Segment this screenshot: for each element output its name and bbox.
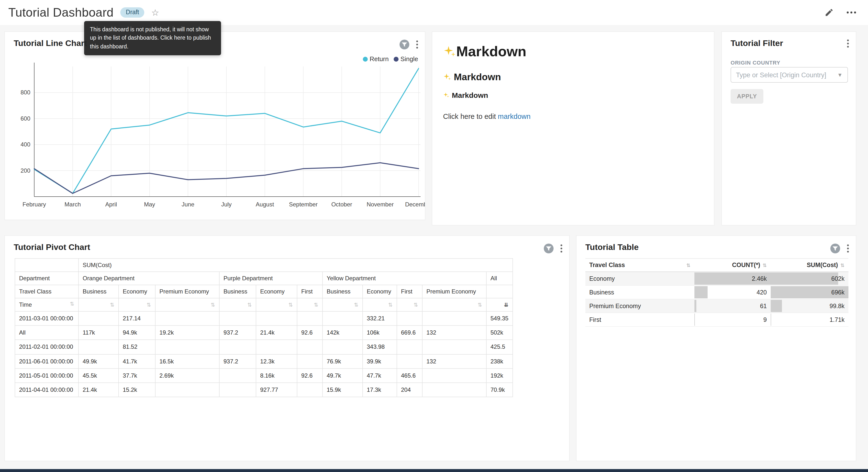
data-table: Travel Class⇅COUNT(*)⇅SUM(Cost)⇅ Economy…: [585, 258, 848, 327]
pivot-all-header: All: [486, 272, 513, 285]
pivot-class-header: Premium Economy: [422, 285, 486, 298]
markdown-heading-1: Markdown: [443, 43, 703, 60]
pivot-class-header: First: [297, 285, 322, 298]
col-header-travel-class[interactable]: Travel Class⇅: [585, 259, 694, 272]
table-card-title: Tutorial Table: [585, 243, 639, 253]
line-chart-card: Tutorial Line Chart ReturnSingle 2004006…: [4, 31, 426, 220]
markdown-heading-3: Markdown: [443, 91, 703, 99]
table-row: Business420696k: [585, 286, 848, 299]
filter-badge-icon[interactable]: [830, 243, 841, 254]
pivot-class-header: Economy: [363, 285, 397, 298]
sort-desc-icon[interactable]: ⇊: [504, 302, 508, 307]
chevron-down-icon: ▼: [837, 72, 843, 78]
sort-icon[interactable]: ⇅: [211, 302, 215, 307]
sort-icon[interactable]: ⇅: [478, 302, 482, 307]
filter-card: Tutorial Filter ORIGIN COUNTRY Type or S…: [721, 31, 856, 226]
cell-count: 61: [694, 299, 771, 313]
table-header-row: Travel Class⇅COUNT(*)⇅SUM(Cost)⇅: [585, 259, 848, 272]
legend-dot: [394, 57, 399, 61]
draft-status-badge[interactable]: Draft: [121, 7, 145, 18]
legend-item-return[interactable]: Return: [363, 55, 389, 63]
filter-badge-icon[interactable]: [399, 39, 410, 50]
sparkles-icon: [443, 73, 452, 81]
cell-travel-class: Business: [585, 286, 694, 299]
line-chart-title: Tutorial Line Chart: [14, 39, 87, 49]
origin-country-select[interactable]: Type or Select [Origin Country] ▼: [731, 67, 848, 83]
pivot-group-header: Orange Department: [79, 272, 219, 285]
pivot-row: All117k94.9k19.2k937.221.4k92.6142k106k6…: [15, 325, 513, 340]
bottom-edge-strip: [0, 469, 868, 472]
pivot-class-header: Economy: [256, 285, 297, 298]
favorite-star-icon[interactable]: ☆: [151, 8, 159, 17]
origin-country-label: ORIGIN COUNTRY: [731, 60, 780, 65]
cell-travel-class: Premium Economy: [585, 299, 694, 313]
sort-icon: ⇅: [686, 263, 690, 268]
kebab-menu-icon[interactable]: [847, 244, 849, 253]
dashboard-page: Tutorial Dashboard Draft ☆ This dashboar…: [0, 0, 868, 472]
pivot-group-header: Purple Department: [219, 272, 322, 285]
legend-item-single[interactable]: Single: [394, 55, 418, 63]
pivot-class-header: First: [397, 285, 422, 298]
cell-sum-cost: 1.71k: [771, 313, 848, 326]
sort-icon[interactable]: ⇅: [147, 302, 151, 307]
cell-travel-class: Economy: [585, 272, 694, 286]
pivot-row: 2011-02-01 00:00:0081.52343.98425.5: [15, 340, 513, 354]
pivot-metric-header: SUM(Cost): [79, 259, 513, 272]
kebab-menu-icon[interactable]: [560, 244, 562, 253]
table-card: Tutorial Table Travel Class⇅COUNT(*)⇅SUM…: [576, 235, 856, 461]
pivot-sort-row: Time⇅⇅⇅⇅⇅⇅⇅⇅⇅⇅⇅⇊: [15, 298, 513, 311]
pivot-class-header: Economy: [119, 285, 155, 298]
col-header-count[interactable]: COUNT(*)⇅: [694, 259, 771, 272]
table-row: First91.71k: [585, 313, 848, 326]
cell-sum-cost: 99.8k: [771, 299, 848, 313]
col-header-sum-cost[interactable]: SUM(Cost)⇅: [771, 259, 848, 272]
sparkles-icon: [443, 92, 450, 98]
sort-icon[interactable]: ⇅: [314, 302, 318, 307]
more-options-icon[interactable]: [846, 11, 856, 14]
chart-legend: ReturnSingle: [363, 55, 418, 63]
sort-icon[interactable]: ⇅: [388, 302, 393, 307]
pivot-class-header: Business: [219, 285, 256, 298]
edit-markdown-link[interactable]: markdown: [498, 113, 531, 120]
cell-travel-class: First: [585, 313, 694, 326]
kebab-menu-icon[interactable]: [416, 40, 418, 49]
apply-button[interactable]: APPLY: [731, 89, 763, 104]
pivot-metric-row: SUM(Cost): [15, 259, 513, 272]
svg-text:November: November: [367, 201, 394, 208]
sort-icon[interactable]: ⇅: [247, 302, 252, 307]
pivot-department-row: DepartmentOrange DepartmentPurple Depart…: [15, 272, 513, 285]
svg-text:September: September: [289, 201, 318, 208]
cell-count: 420: [694, 286, 771, 299]
cell-sum-cost: 602k: [771, 272, 848, 286]
svg-text:October: October: [331, 201, 352, 208]
pivot-row: 2011-03-01 00:00:00217.14332.21549.35: [15, 311, 513, 325]
legend-dot: [363, 57, 368, 61]
sort-icon[interactable]: ⇅: [70, 301, 74, 307]
sort-icon: ⇅: [840, 263, 844, 268]
cell-count: 9: [694, 313, 771, 326]
svg-text:200: 200: [21, 167, 30, 174]
filter-badge-icon[interactable]: [543, 243, 554, 254]
sort-icon[interactable]: ⇅: [110, 302, 115, 307]
svg-text:800: 800: [21, 89, 30, 96]
svg-text:600: 600: [21, 115, 30, 122]
svg-text:December: December: [405, 201, 426, 208]
pivot-chart-card: Tutorial Pivot Chart SUM(Cost)Department…: [4, 235, 570, 461]
kebab-menu-icon[interactable]: [847, 39, 849, 48]
svg-text:June: June: [182, 201, 194, 208]
sparkles-icon: [443, 45, 456, 58]
pivot-row: 2011-04-01 00:00:0021.4k15.2k927.7715.9k…: [15, 383, 513, 397]
svg-text:February: February: [23, 201, 46, 208]
edit-pencil-icon[interactable]: [825, 8, 834, 17]
sort-icon[interactable]: ⇅: [414, 302, 418, 307]
table-row: Economy2.46k602k: [585, 272, 848, 286]
line-chart: 200400600800FebruaryMarchAprilMayJuneJul…: [5, 53, 426, 215]
sort-icon: ⇅: [763, 263, 767, 268]
sort-icon[interactable]: ⇅: [288, 302, 293, 307]
svg-text:400: 400: [21, 141, 30, 148]
cell-count: 2.46k: [694, 272, 771, 286]
pivot-chart-title: Tutorial Pivot Chart: [14, 243, 90, 253]
pivot-class-row: Travel ClassBusinessEconomyPremium Econo…: [15, 285, 513, 298]
select-placeholder: Type or Select [Origin Country]: [736, 71, 834, 79]
sort-icon[interactable]: ⇅: [354, 302, 359, 307]
